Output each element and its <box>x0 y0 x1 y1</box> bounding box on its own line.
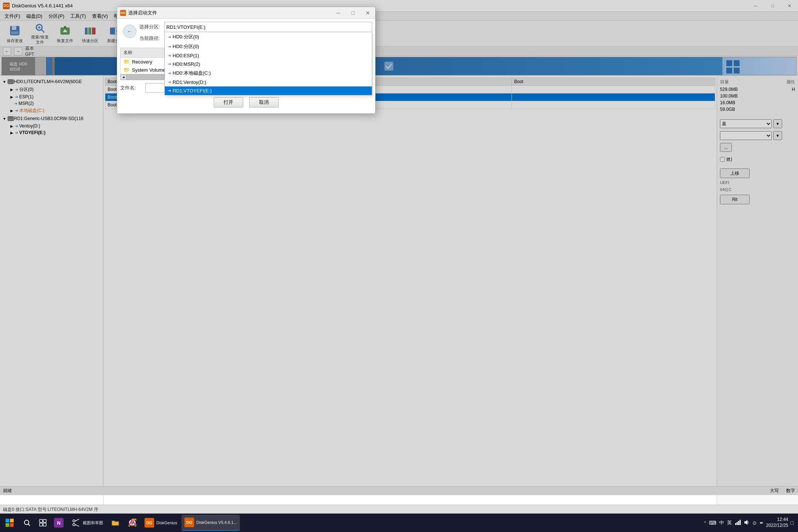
svg-point-47 <box>73 524 75 526</box>
dropdown-item-1[interactable]: ➜ HD0:分区(0) <box>165 42 372 51</box>
cancel-button[interactable]: 取消 <box>249 97 279 108</box>
tray-chevron-icon[interactable]: ^ <box>704 521 706 525</box>
folder-icon-systemvolume: 📁 <box>123 67 130 73</box>
folder-icon-recovery: 📁 <box>123 59 130 65</box>
svg-rect-52 <box>735 523 736 525</box>
diskgenius-label-2: DiskGenius V5.4.6.1... <box>196 520 237 525</box>
dg-icon-label-2: DG <box>186 520 193 525</box>
svg-point-46 <box>73 520 75 522</box>
svg-rect-45 <box>43 523 46 526</box>
scissors-icon <box>72 519 80 527</box>
svg-marker-56 <box>744 520 747 525</box>
dialog-minimize-button[interactable]: ─ <box>331 7 346 19</box>
dialog-title-bar: DG 选择启动文件 ─ □ ✕ <box>117 7 375 19</box>
tray-volume-icon[interactable] <box>744 519 750 526</box>
drive-icon-4: ➜ <box>168 71 171 76</box>
partition-select[interactable]: HD0:分区(0) HD0:分区(0) HD0:ESP(1) HD0:MSR(2… <box>164 22 372 32</box>
tray-circle-icon[interactable]: ⊙ <box>753 520 757 526</box>
scroll-left-button[interactable]: ◄ <box>120 75 126 80</box>
tray-network-icon[interactable] <box>735 519 741 526</box>
taskbar-search-button[interactable] <box>19 515 35 531</box>
clock-date: 2022/12/25 <box>766 523 788 529</box>
screenshot-icon <box>71 518 81 528</box>
clock-display[interactable]: 12:44 2022/12/25 <box>766 517 788 528</box>
dialog-controls: ─ □ ✕ <box>331 7 375 19</box>
partition-select-wrapper: HD0:分区(0) HD0:分区(0) HD0:ESP(1) HD0:MSR(2… <box>164 22 372 32</box>
diskgenius-label-1: DiskGenius <box>156 521 177 525</box>
search-icon <box>23 519 31 526</box>
filename-label: 文件名: <box>120 85 142 91</box>
main-window: DG DiskGenius V5.4.6.1441 x64 ─ □ ✕ 文件(F… <box>0 0 798 514</box>
explorer-icon <box>111 518 120 528</box>
dialog-action-buttons: 打开 取消 <box>120 96 372 110</box>
svg-rect-54 <box>738 521 739 525</box>
dropdown-item-4[interactable]: ➜ HD0:本地磁盘(C:) <box>165 68 372 78</box>
onenote-label: N <box>57 520 60 526</box>
search-taskbar-icon <box>22 518 32 528</box>
select-boot-file-dialog: DG 选择启动文件 ─ □ ✕ ← 选择分区: <box>117 7 376 114</box>
drive-icon-2: ➜ <box>168 53 171 58</box>
svg-line-41 <box>28 524 30 526</box>
dialog-icon: DG <box>120 10 126 16</box>
dg-icon-label-1: DG <box>146 521 153 525</box>
diskgenius-icon-1: DG <box>145 518 154 528</box>
svg-rect-37 <box>10 519 14 522</box>
chrome-icon <box>128 518 137 528</box>
onenote-button[interactable]: N <box>51 515 67 531</box>
file-name-recovery: Recovery <box>132 59 152 65</box>
taskbar-right: ^ ⌨ 中 英 ⊙ ✒ 12:44 <box>704 517 797 528</box>
svg-rect-55 <box>740 520 741 525</box>
diskgenius-inactive-button[interactable]: DG DiskGenius <box>142 515 180 531</box>
dropdown-item-2[interactable]: ➜ HD0:ESP(1) <box>165 51 372 60</box>
screenshot-button[interactable]: 截图和草图 <box>68 515 106 531</box>
svg-line-49 <box>75 524 79 526</box>
volume-icon <box>744 519 750 525</box>
onenote-icon: N <box>54 518 64 528</box>
partition-dropdown: ➜ HD0:分区(0) ➜ HD0:分区(0) ➜ <box>164 32 372 95</box>
svg-rect-43 <box>43 519 46 522</box>
svg-line-48 <box>75 519 79 521</box>
partition-select-row: 选择分区: HD0:分区(0) HD0:分区(0) HD0:ESP(1) HD0… <box>139 22 372 32</box>
dialog-right-section: 选择分区: HD0:分区(0) HD0:分区(0) HD0:ESP(1) HD0… <box>139 22 372 45</box>
back-button[interactable]: ← <box>123 25 136 38</box>
start-button[interactable] <box>1 515 18 531</box>
diskgenius-icon-2: DG <box>184 518 194 527</box>
disk-info-text: 磁盘0 接口:SATA 型号:LITEONITLMH-64V2M 序 <box>3 507 98 513</box>
tray-keyboard-icon[interactable]: ⌨ <box>709 520 716 526</box>
drive-icon-3: ➜ <box>168 62 171 66</box>
svg-rect-39 <box>10 523 14 527</box>
dropdown-item-0[interactable]: ➜ HD0:分区(0) <box>165 32 372 42</box>
svg-rect-36 <box>6 519 9 522</box>
tray-pen-icon[interactable]: ✒ <box>760 520 764 526</box>
dropdown-item-5[interactable]: ➜ RD1:Ventoy(D:) <box>165 78 372 86</box>
task-view-button[interactable] <box>36 515 50 531</box>
chrome-logo-icon <box>128 519 136 527</box>
drive-icon-5: ➜ <box>168 80 171 85</box>
dialog-maximize-button[interactable]: □ <box>346 7 360 19</box>
windows-logo-icon <box>5 518 14 527</box>
dialog-close-button[interactable]: ✕ <box>360 7 375 19</box>
taskbar: N 截图和草图 <box>0 514 798 532</box>
dialog-body: ← 选择分区: HD0:分区(0) HD0:分区(0) HD0:ESP(1) H… <box>117 19 375 113</box>
explorer-button[interactable] <box>108 515 123 531</box>
file-name-systemvolume: System Volume <box>132 67 165 73</box>
drive-icon-1: ➜ <box>168 44 171 49</box>
svg-rect-44 <box>40 523 43 526</box>
chrome-button[interactable] <box>125 515 140 531</box>
tray-ime-en-icon[interactable]: 英 <box>727 519 732 526</box>
current-path-label: 当前路径: <box>139 35 162 42</box>
dialog-title: 选择启动文件 <box>128 10 157 16</box>
dropdown-item-3[interactable]: ➜ HD0:MSR(2) <box>165 60 372 68</box>
drive-icon-6: ➜ <box>168 88 171 93</box>
svg-rect-53 <box>737 522 738 525</box>
tray-ime-zh-icon[interactable]: 中 <box>719 519 724 526</box>
dropdown-item-6[interactable]: ➜ RD1:VTOYEFI(E:) <box>165 86 372 95</box>
dialog-top-row: ← 选择分区: HD0:分区(0) HD0:分区(0) HD0:ESP(1) H… <box>120 22 372 45</box>
open-button[interactable]: 打开 <box>214 97 243 108</box>
drive-icon-0: ➜ <box>168 35 171 40</box>
diskgenius-active-button[interactable]: DG DiskGenius V5.4.6.1... <box>181 515 240 531</box>
notification-icon[interactable]: □ <box>791 520 794 526</box>
disk-info-bar: 磁盘0 接口:SATA 型号:LITEONITLMH-64V2M 序 <box>0 505 798 514</box>
folder-icon <box>111 519 119 527</box>
file-name-column: 名称 <box>123 50 132 55</box>
